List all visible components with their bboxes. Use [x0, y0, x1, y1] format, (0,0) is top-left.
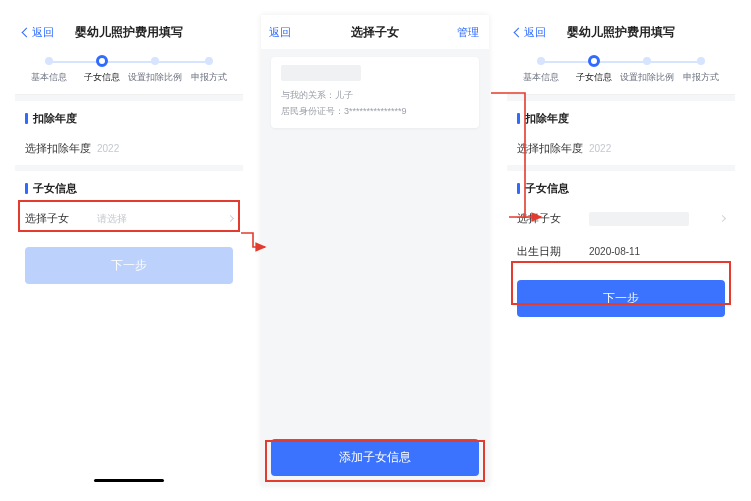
three-screen-walkthrough: 返回 婴幼儿照护费用填写 基本信息 子女信息 设置扣除比例 申报方式 扣除年度 …	[15, 15, 736, 486]
row-dob: 出生日期 2020-08-11	[507, 235, 735, 268]
row-select-child[interactable]: 选择子女 请选择	[15, 202, 243, 235]
back-label: 返回	[32, 25, 54, 40]
next-button[interactable]: 下一步	[517, 280, 725, 317]
chevron-right-icon	[227, 215, 234, 222]
header: 返回 选择子女 管理	[261, 15, 489, 49]
select-child-label: 选择子女	[25, 211, 97, 226]
progress-stepper: 基本信息 子女信息 设置扣除比例 申报方式	[15, 49, 243, 95]
back-label: 返回	[524, 25, 546, 40]
page-title: 选择子女	[351, 24, 399, 41]
child-card[interactable]: 与我的关系：儿子 居民身份证号：3***************9	[271, 57, 479, 128]
section-child-info: 子女信息	[15, 171, 243, 202]
back-button[interactable]: 返回	[23, 25, 54, 40]
section-child-info: 子女信息	[507, 171, 735, 202]
select-child-placeholder: 请选择	[97, 212, 127, 226]
year-value: 2022	[97, 143, 119, 154]
child-list-panel: 与我的关系：儿子 居民身份证号：3***************9 添加子女信息	[261, 49, 489, 486]
child-name-masked	[281, 65, 361, 81]
select-child-label: 选择子女	[517, 211, 589, 226]
row-deduction-year[interactable]: 选择扣除年度 2022	[15, 132, 243, 165]
step-basic-info: 基本信息	[23, 57, 76, 84]
next-button[interactable]: 下一步	[25, 247, 233, 284]
child-name-masked	[589, 212, 689, 226]
id-line: 居民身份证号：3***************9	[281, 105, 469, 118]
section-deduction-year: 扣除年度	[15, 101, 243, 132]
screen-2: 返回 选择子女 管理 与我的关系：儿子 居民身份证号：3************…	[261, 15, 489, 486]
chevron-left-icon	[22, 27, 32, 37]
dob-value: 2020-08-11	[589, 246, 640, 257]
screen-1: 返回 婴幼儿照护费用填写 基本信息 子女信息 设置扣除比例 申报方式 扣除年度 …	[15, 15, 243, 486]
year-label: 选择扣除年度	[25, 141, 97, 156]
chevron-left-icon	[514, 27, 524, 37]
year-value: 2022	[589, 143, 611, 154]
back-label: 返回	[269, 25, 291, 40]
section-deduction-year: 扣除年度	[507, 101, 735, 132]
chevron-right-icon	[719, 215, 726, 222]
add-child-button[interactable]: 添加子女信息	[271, 439, 479, 476]
back-button[interactable]: 返回	[269, 25, 291, 40]
back-button[interactable]: 返回	[515, 25, 546, 40]
relation-line: 与我的关系：儿子	[281, 89, 469, 102]
year-label: 选择扣除年度	[517, 141, 589, 156]
screen-3: 返回 婴幼儿照护费用填写 基本信息 子女信息 设置扣除比例 申报方式 扣除年度 …	[507, 15, 735, 486]
dob-label: 出生日期	[517, 244, 589, 259]
progress-stepper: 基本信息 子女信息 设置扣除比例 申报方式	[507, 49, 735, 95]
home-indicator	[94, 479, 164, 482]
row-select-child[interactable]: 选择子女	[507, 202, 735, 235]
row-deduction-year[interactable]: 选择扣除年度 2022	[507, 132, 735, 165]
step-basic-info: 基本信息	[515, 57, 568, 84]
header: 返回 婴幼儿照护费用填写	[15, 15, 243, 49]
manage-button[interactable]: 管理	[457, 25, 479, 40]
page-title: 婴幼儿照护费用填写	[75, 24, 183, 41]
header: 返回 婴幼儿照护费用填写	[507, 15, 735, 49]
page-title: 婴幼儿照护费用填写	[567, 24, 675, 41]
